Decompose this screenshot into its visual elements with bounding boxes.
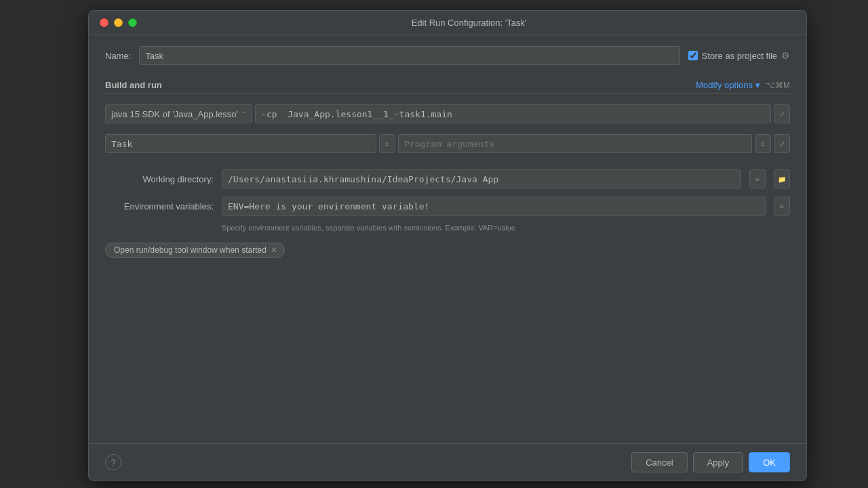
main-args-row: ≡ ≡ ⤢	[105, 134, 790, 153]
modify-options-button[interactable]: Modify options ▾ ⌥⌘M	[696, 80, 790, 90]
sdk-selector[interactable]: java 15 SDK of 'Java_App.lesso' ⌃	[105, 104, 252, 123]
working-dir-label: Working directory:	[105, 174, 214, 184]
store-project-container: Store as project file ⚙	[688, 50, 790, 61]
chip-label: Open run/debug tool window when started	[114, 245, 267, 255]
sdk-row: java 15 SDK of 'Java_App.lesso' ⌃ ⤢	[105, 104, 790, 123]
chips-container: Open run/debug tool window when started …	[105, 243, 790, 258]
main-class-browse-button[interactable]: ≡	[379, 134, 395, 153]
minimize-window-button[interactable]	[114, 18, 123, 27]
section-title: Build and run	[105, 80, 162, 90]
expand-classpath-button[interactable]: ⤢	[774, 104, 790, 123]
help-button[interactable]: ?	[105, 454, 121, 470]
args-expand-button[interactable]: ⤢	[774, 134, 790, 153]
args-browse-button[interactable]: ≡	[755, 134, 771, 153]
apply-button[interactable]: Apply	[693, 452, 744, 472]
name-input[interactable]	[139, 46, 679, 65]
env-vars-row: Environment variables: ≡	[105, 197, 790, 216]
dialog-body: Name: Store as project file ⚙ Build and …	[89, 35, 806, 443]
working-dir-input[interactable]	[222, 169, 741, 188]
dialog-title: Edit Run Configuration: 'Task'	[142, 18, 795, 28]
settings-section: Working directory: ≡ 📁 Environment varia…	[105, 164, 790, 232]
close-window-button[interactable]	[100, 18, 108, 27]
main-class-input[interactable]	[105, 134, 376, 153]
sdk-chevron-icon: ⌃	[241, 110, 246, 118]
chip-close-button[interactable]: ✕	[271, 246, 277, 254]
dialog-footer: ? Cancel Apply OK	[89, 443, 806, 481]
modify-options-label: Modify options	[696, 80, 753, 90]
store-project-checkbox[interactable]	[688, 51, 698, 60]
build-run-section-header: Build and run Modify options ▾ ⌥⌘M	[105, 76, 790, 94]
name-label: Name:	[105, 51, 131, 61]
sdk-label: java 15 SDK of 'Java_App.lesso'	[111, 109, 238, 119]
ok-button[interactable]: OK	[749, 452, 790, 472]
modify-options-shortcut: ⌥⌘M	[766, 81, 790, 90]
working-dir-browse-button[interactable]: ≡	[749, 169, 766, 188]
env-vars-hint: Specify environment variables, separate …	[222, 224, 790, 232]
gear-icon[interactable]: ⚙	[781, 50, 790, 61]
edit-run-config-dialog: Edit Run Configuration: 'Task' Name: Sto…	[88, 10, 807, 481]
store-project-label: Store as project file	[702, 51, 777, 61]
env-vars-browse-button[interactable]: ≡	[774, 197, 790, 216]
program-arguments-input[interactable]	[398, 134, 752, 153]
classpath-input[interactable]	[255, 104, 771, 123]
open-debug-tool-chip: Open run/debug tool window when started …	[105, 243, 285, 258]
maximize-window-button[interactable]	[128, 18, 137, 27]
title-bar: Edit Run Configuration: 'Task'	[89, 11, 806, 35]
chevron-down-icon: ▾	[755, 80, 760, 90]
name-row: Name: Store as project file ⚙	[105, 46, 790, 65]
working-dir-folder-button[interactable]: 📁	[774, 169, 790, 188]
env-vars-label: Environment variables:	[105, 201, 214, 211]
env-vars-input[interactable]	[222, 197, 766, 216]
body-spacer	[105, 268, 790, 432]
cancel-button[interactable]: Cancel	[631, 452, 687, 472]
working-dir-row: Working directory: ≡ 📁	[105, 169, 790, 188]
